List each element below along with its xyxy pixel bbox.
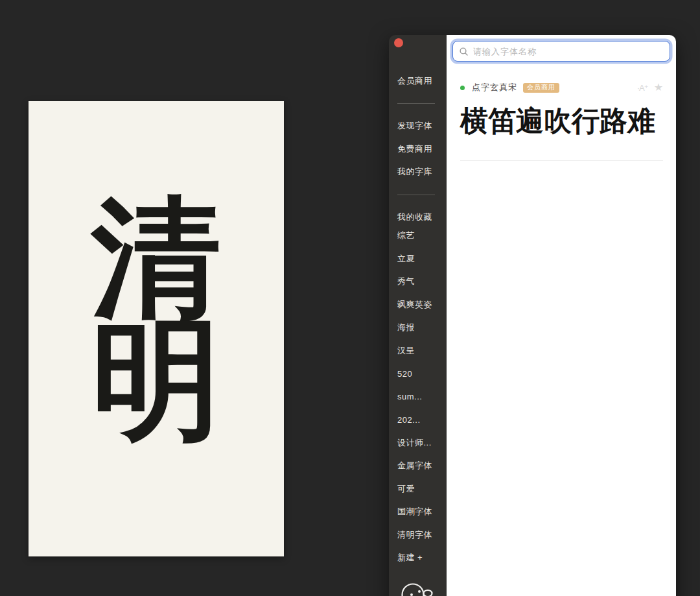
sidebar-item-new-collection[interactable]: 新建 + [389, 547, 447, 570]
sidebar-collection-item[interactable]: 飒爽英姿 [389, 293, 447, 316]
sidebar-collection-item[interactable]: 综艺 [389, 224, 447, 248]
sidebar-menu: 会员商用 发现字体 免费商用 我的字库 我的收藏 综艺 立夏 [389, 35, 447, 569]
poster-char-1: 清 [91, 197, 221, 318]
sidebar: 会员商用 发现字体 免费商用 我的字库 我的收藏 综艺 立夏 [389, 35, 447, 596]
sidebar-collection-item[interactable]: 立夏 [389, 247, 447, 270]
sidebar-item-my-fonts[interactable]: 我的字库 [389, 161, 447, 184]
search-input[interactable] [473, 47, 663, 56]
sidebar-item-member-commercial[interactable]: 会员商用 [389, 69, 447, 93]
font-manager-panel: 会员商用 发现字体 免费商用 我的字库 我的收藏 综艺 立夏 [389, 35, 676, 596]
font-list-row[interactable]: 点字玄真宋 会员商用 ·A⁺ ★ [447, 81, 676, 94]
font-list-pane: 点字玄真宋 会员商用 ·A⁺ ★ 横笛遍吹行路难 [447, 35, 676, 596]
sidebar-collection-item[interactable]: 可爱 [389, 477, 447, 501]
apply-font-icon[interactable]: ·A⁺ [637, 83, 648, 93]
favorite-star-icon[interactable]: ★ [654, 82, 663, 93]
sidebar-collection-item[interactable]: 520 [389, 363, 447, 386]
sidebar-collection-item[interactable]: 202... [389, 409, 447, 432]
sidebar-collection-item[interactable]: 设计师... [389, 431, 447, 455]
sidebar-collection-item[interactable]: 秀气 [389, 270, 447, 294]
sidebar-collection-item[interactable]: 海报 [389, 316, 447, 340]
sidebar-item-free-commercial[interactable]: 免费商用 [389, 137, 447, 161]
sidebar-collection-item[interactable]: 汉呈 [389, 339, 447, 363]
font-name: 点字玄真宋 [472, 82, 517, 93]
poster-char-2: 明 [91, 318, 221, 440]
sidebar-divider [389, 93, 447, 115]
poster-preview: 清 明 [29, 101, 284, 556]
search-box [452, 41, 670, 62]
sidebar-collection-item[interactable]: 清明字体 [389, 523, 447, 547]
mascot-chick-icon[interactable] [399, 582, 438, 596]
sidebar-item-discover-fonts[interactable]: 发现字体 [389, 115, 447, 138]
sidebar-collection-item[interactable]: 国潮字体 [389, 501, 447, 524]
font-preview-text: 横笛遍吹行路难 [460, 104, 676, 137]
installed-status-dot [460, 86, 465, 90]
desktop: { "window": { "background_color": "#2626… [0, 0, 700, 596]
sidebar-divider [389, 184, 447, 206]
sidebar-collection-item[interactable]: sum... [389, 385, 447, 409]
sidebar-collection-item[interactable]: 金属字体 [389, 455, 447, 478]
poster-text: 清 明 [91, 197, 221, 440]
row-actions: ·A⁺ ★ [637, 82, 663, 93]
close-button[interactable] [394, 38, 403, 47]
member-commercial-badge: 会员商用 [523, 83, 559, 93]
search-icon [460, 47, 468, 56]
row-divider [460, 160, 663, 161]
